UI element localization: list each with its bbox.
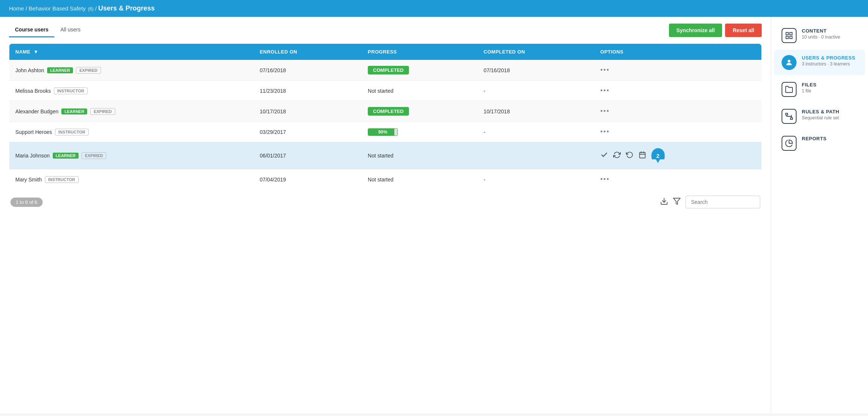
enrolled-cell: 10/17/2018 [254, 101, 362, 122]
tab-course-users[interactable]: Course users [9, 23, 54, 37]
sidebar-content-title: CONTENT [802, 28, 840, 34]
users-table: NAME ▼ ENROLLED ON PROGRESS COMPLETED ON… [9, 43, 762, 190]
completed-cell: - [478, 81, 595, 101]
svg-marker-5 [673, 198, 680, 204]
badge-instructor: INSTRUCTOR [55, 129, 89, 135]
breadcrumb: Home / Behavior Based Safety (6) / Users… [9, 4, 155, 12]
options-cell[interactable]: ••• [595, 101, 762, 122]
options-cell[interactable]: 2 [595, 142, 762, 169]
breadcrumb-home[interactable]: Home [9, 5, 24, 12]
table-row: Support HeroesINSTRUCTOR03/29/2017 90% -… [9, 122, 762, 142]
sidebar-rules-title: RULES & PATH [802, 109, 839, 114]
sidebar-item-rules[interactable]: RULES & PATH Sequential rule set [774, 104, 865, 129]
sidebar-rules-text: RULES & PATH Sequential rule set [802, 109, 839, 120]
tab-all-users[interactable]: All users [54, 23, 86, 37]
progress-cell: Not started [362, 81, 478, 101]
svg-rect-11 [786, 113, 788, 115]
sync-all-button[interactable]: Synchronize all [669, 24, 722, 37]
table-footer: 1 to 6 of 6 [9, 196, 762, 208]
options-menu-button[interactable]: ••• [600, 66, 610, 74]
filter-button[interactable] [673, 197, 681, 207]
table-row: Alexander BudgenLEARNEREXPIRED10/17/2018… [9, 101, 762, 122]
action-icons: 2 [600, 148, 755, 163]
footer-right [660, 196, 760, 208]
user-name: John Ashton [15, 67, 44, 73]
options-cell[interactable]: ••• [595, 122, 762, 142]
sync-icon[interactable] [613, 151, 621, 160]
sidebar-item-reports[interactable]: REPORTS [774, 131, 865, 156]
col-completed: COMPLETED ON [478, 44, 595, 60]
enrolled-cell: 07/04/2019 [254, 169, 362, 190]
callout-badge: 2 [651, 148, 665, 163]
sidebar-item-users-progress[interactable]: USERS & PROGRESS 3 instructors · 3 learn… [774, 50, 865, 75]
sidebar-item-files[interactable]: FILES 1 file [774, 77, 865, 102]
badge-expired: EXPIRED [90, 108, 115, 115]
sidebar-files-text: FILES 1 file [802, 82, 816, 94]
folder-icon [782, 82, 797, 97]
sidebar-users-text: USERS & PROGRESS 3 instructors · 3 learn… [802, 55, 855, 67]
calendar-icon[interactable] [639, 151, 646, 160]
table-row: Melissa BrooksINSTRUCTOR11/23/2018Not st… [9, 81, 762, 101]
enrolled-cell: 06/01/2017 [254, 142, 362, 169]
svg-rect-8 [786, 36, 788, 39]
top-bar: Home / Behavior Based Safety (6) / Users… [0, 0, 868, 17]
tabs: Course users All users [9, 23, 86, 37]
options-menu-button[interactable]: ••• [600, 128, 610, 135]
enrolled-cell: 11/23/2018 [254, 81, 362, 101]
badge-instructor: INSTRUCTOR [45, 176, 79, 183]
tab-actions: Synchronize all Reset all [669, 24, 762, 37]
options-menu-button[interactable]: ••• [600, 87, 610, 94]
col-options: OPTIONS [595, 44, 762, 60]
checkmark-icon[interactable] [600, 151, 608, 160]
progress-cell: COMPLETED [362, 60, 478, 81]
tabs-row: Course users All users Synchronize all R… [9, 23, 762, 37]
badge-learner: LEARNER [61, 108, 87, 114]
options-menu-button[interactable]: ••• [600, 175, 610, 183]
badge-expired: EXPIRED [76, 67, 101, 74]
enrolled-cell: 07/16/2018 [254, 60, 362, 81]
options-cell[interactable]: ••• [595, 60, 762, 81]
completed-badge: COMPLETED [368, 66, 409, 74]
grid-icon [782, 28, 797, 43]
user-name: Maria Johnson [15, 153, 50, 159]
search-input[interactable] [685, 196, 760, 208]
chart-icon [782, 136, 797, 151]
completed-badge: COMPLETED [368, 107, 409, 116]
sidebar-users-subtitle: 3 instructors · 3 learners [802, 61, 855, 67]
reset-all-button[interactable]: Reset all [725, 24, 762, 37]
svg-point-10 [788, 60, 790, 62]
name-cell: Maria JohnsonLEARNEREXPIRED [9, 142, 254, 169]
download-button[interactable] [660, 197, 668, 207]
breadcrumb-current: Users & Progress [98, 4, 155, 12]
sidebar: CONTENT 10 units · 0 inactive USERS & PR… [771, 17, 868, 413]
table-row: Maria JohnsonLEARNEREXPIRED06/01/2017Not… [9, 142, 762, 169]
table-row: John AshtonLEARNEREXPIRED07/16/2018COMPL… [9, 60, 762, 81]
name-cell: John AshtonLEARNEREXPIRED [9, 60, 254, 81]
options-cell[interactable]: ••• [595, 169, 762, 190]
user-name: Support Heroes [15, 129, 52, 135]
user-name: Alexander Budgen [15, 108, 58, 114]
person-icon [782, 55, 797, 70]
sidebar-reports-title: REPORTS [802, 136, 826, 141]
breadcrumb-course[interactable]: Behavior Based Safety (6) [29, 5, 95, 12]
svg-rect-7 [790, 33, 792, 35]
options-cell[interactable]: ••• [595, 81, 762, 101]
progress-cell: Not started [362, 169, 478, 190]
pagination-badge: 1 to 6 of 6 [10, 198, 43, 207]
col-progress: PROGRESS [362, 44, 478, 60]
sidebar-content-text: CONTENT 10 units · 0 inactive [802, 28, 840, 40]
badge-instructor: INSTRUCTOR [54, 88, 88, 94]
progress-cell: COMPLETED [362, 101, 478, 122]
table-header-row: NAME ▼ ENROLLED ON PROGRESS COMPLETED ON… [9, 44, 762, 60]
col-name: NAME ▼ [9, 44, 254, 60]
options-menu-button[interactable]: ••• [600, 107, 610, 115]
progress-cell: Not started [362, 142, 478, 169]
path-icon [782, 109, 797, 124]
sidebar-item-content[interactable]: CONTENT 10 units · 0 inactive [774, 23, 865, 48]
content-area: Course users All users Synchronize all R… [0, 17, 771, 413]
undo-icon[interactable] [626, 151, 633, 160]
callout-container: 2 [651, 148, 665, 163]
completed-cell: - [478, 122, 595, 142]
svg-rect-0 [639, 152, 645, 158]
sidebar-files-title: FILES [802, 82, 816, 88]
